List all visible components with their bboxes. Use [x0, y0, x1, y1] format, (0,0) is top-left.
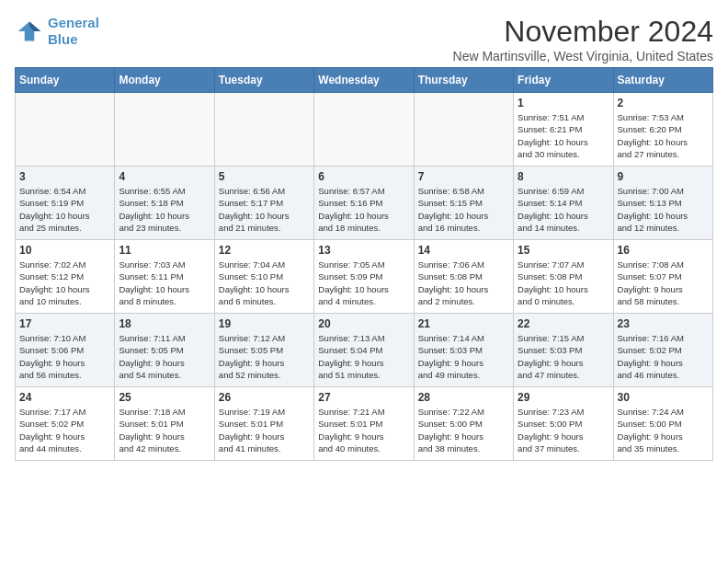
day-info: Sunrise: 7:00 AM Sunset: 5:13 PM Dayligh…: [618, 185, 709, 234]
day-info: Sunrise: 7:24 AM Sunset: 5:00 PM Dayligh…: [618, 406, 709, 454]
header-saturday: Saturday: [613, 68, 712, 93]
day-info: Sunrise: 7:16 AM Sunset: 5:02 PM Dayligh…: [618, 332, 709, 381]
calendar-cell: 26Sunrise: 7:19 AM Sunset: 5:01 PM Dayli…: [214, 387, 313, 461]
day-number: 3: [19, 170, 110, 183]
day-info: Sunrise: 7:14 AM Sunset: 5:03 PM Dayligh…: [418, 332, 509, 381]
day-info: Sunrise: 7:51 AM Sunset: 6:21 PM Dayligh…: [518, 111, 609, 160]
header-thursday: Thursday: [414, 68, 513, 93]
day-number: 25: [119, 391, 210, 404]
calendar-cell: 6Sunrise: 6:57 AM Sunset: 5:16 PM Daylig…: [314, 167, 414, 240]
header-wednesday: Wednesday: [314, 68, 414, 93]
calendar-cell: 18Sunrise: 7:11 AM Sunset: 5:05 PM Dayli…: [115, 314, 214, 387]
day-info: Sunrise: 7:17 AM Sunset: 5:02 PM Dayligh…: [19, 406, 110, 454]
calendar-cell: 10Sunrise: 7:02 AM Sunset: 5:12 PM Dayli…: [16, 240, 115, 314]
calendar-cell: 4Sunrise: 6:55 AM Sunset: 5:18 PM Daylig…: [115, 167, 214, 240]
day-number: 23: [618, 317, 709, 330]
day-number: 12: [219, 244, 310, 257]
calendar-cell: 24Sunrise: 7:17 AM Sunset: 5:02 PM Dayli…: [16, 387, 115, 461]
day-number: 22: [518, 317, 609, 330]
calendar-cell: 7Sunrise: 6:58 AM Sunset: 5:15 PM Daylig…: [414, 167, 513, 240]
day-info: Sunrise: 7:02 AM Sunset: 5:12 PM Dayligh…: [19, 259, 110, 307]
day-number: 24: [19, 391, 110, 404]
header-row: SundayMondayTuesdayWednesdayThursdayFrid…: [16, 68, 713, 93]
calendar-cell: [16, 93, 115, 167]
day-number: 7: [418, 170, 509, 183]
day-info: Sunrise: 7:05 AM Sunset: 5:09 PM Dayligh…: [318, 259, 409, 307]
day-number: 18: [119, 317, 210, 330]
logo-text: General Blue: [48, 15, 99, 48]
calendar-cell: 14Sunrise: 7:06 AM Sunset: 5:08 PM Dayli…: [414, 240, 513, 314]
day-number: 17: [19, 317, 110, 330]
calendar-cell: 12Sunrise: 7:04 AM Sunset: 5:10 PM Dayli…: [214, 240, 313, 314]
week-row-2: 3Sunrise: 6:54 AM Sunset: 5:19 PM Daylig…: [16, 167, 713, 240]
day-number: 1: [518, 97, 609, 109]
logo-icon: [15, 18, 44, 44]
day-number: 2: [618, 97, 709, 109]
calendar-cell: 1Sunrise: 7:51 AM Sunset: 6:21 PM Daylig…: [514, 93, 613, 167]
day-number: 16: [618, 244, 709, 257]
calendar-cell: 3Sunrise: 6:54 AM Sunset: 5:19 PM Daylig…: [16, 167, 115, 240]
calendar-cell: 21Sunrise: 7:14 AM Sunset: 5:03 PM Dayli…: [414, 314, 513, 387]
day-number: 26: [219, 391, 310, 404]
day-info: Sunrise: 7:08 AM Sunset: 5:07 PM Dayligh…: [618, 259, 709, 307]
day-info: Sunrise: 7:19 AM Sunset: 5:01 PM Dayligh…: [219, 406, 310, 454]
day-info: Sunrise: 7:15 AM Sunset: 5:03 PM Dayligh…: [518, 332, 609, 381]
calendar-cell: 5Sunrise: 6:56 AM Sunset: 5:17 PM Daylig…: [214, 167, 313, 240]
day-number: 11: [119, 244, 210, 257]
day-number: 6: [318, 170, 409, 183]
week-row-4: 17Sunrise: 7:10 AM Sunset: 5:06 PM Dayli…: [16, 314, 713, 387]
day-info: Sunrise: 7:03 AM Sunset: 5:11 PM Dayligh…: [119, 259, 210, 307]
calendar-cell: 11Sunrise: 7:03 AM Sunset: 5:11 PM Dayli…: [115, 240, 214, 314]
calendar-cell: 17Sunrise: 7:10 AM Sunset: 5:06 PM Dayli…: [16, 314, 115, 387]
day-number: 9: [618, 170, 709, 183]
calendar-cell: [214, 93, 313, 167]
week-row-1: 1Sunrise: 7:51 AM Sunset: 6:21 PM Daylig…: [16, 93, 713, 167]
calendar-cell: [115, 93, 214, 167]
day-number: 29: [518, 391, 609, 404]
day-number: 13: [318, 244, 409, 257]
day-info: Sunrise: 6:59 AM Sunset: 5:14 PM Dayligh…: [518, 185, 609, 234]
day-number: 8: [518, 170, 609, 183]
calendar-cell: 8Sunrise: 6:59 AM Sunset: 5:14 PM Daylig…: [514, 167, 613, 240]
calendar-cell: 30Sunrise: 7:24 AM Sunset: 5:00 PM Dayli…: [613, 387, 712, 461]
day-info: Sunrise: 6:55 AM Sunset: 5:18 PM Dayligh…: [119, 185, 210, 234]
day-info: Sunrise: 7:11 AM Sunset: 5:05 PM Dayligh…: [119, 332, 210, 381]
calendar-cell: [314, 93, 414, 167]
calendar-cell: 27Sunrise: 7:21 AM Sunset: 5:01 PM Dayli…: [314, 387, 414, 461]
calendar-cell: 20Sunrise: 7:13 AM Sunset: 5:04 PM Dayli…: [314, 314, 414, 387]
day-info: Sunrise: 7:22 AM Sunset: 5:00 PM Dayligh…: [418, 406, 509, 454]
calendar-table: SundayMondayTuesdayWednesdayThursdayFrid…: [15, 67, 713, 461]
day-info: Sunrise: 7:13 AM Sunset: 5:04 PM Dayligh…: [318, 332, 409, 381]
day-info: Sunrise: 6:57 AM Sunset: 5:16 PM Dayligh…: [318, 185, 409, 234]
day-info: Sunrise: 7:06 AM Sunset: 5:08 PM Dayligh…: [418, 259, 509, 307]
week-row-3: 10Sunrise: 7:02 AM Sunset: 5:12 PM Dayli…: [16, 240, 713, 314]
calendar-cell: 13Sunrise: 7:05 AM Sunset: 5:09 PM Dayli…: [314, 240, 414, 314]
header-sunday: Sunday: [16, 68, 115, 93]
logo-line2: Blue: [48, 31, 78, 47]
day-info: Sunrise: 7:23 AM Sunset: 5:00 PM Dayligh…: [518, 406, 609, 454]
calendar-cell: 28Sunrise: 7:22 AM Sunset: 5:00 PM Dayli…: [414, 387, 513, 461]
day-info: Sunrise: 7:07 AM Sunset: 5:08 PM Dayligh…: [518, 259, 609, 307]
calendar-cell: 25Sunrise: 7:18 AM Sunset: 5:01 PM Dayli…: [115, 387, 214, 461]
title-block: November 2024 New Martinsville, West Vir…: [453, 15, 713, 63]
calendar-cell: [414, 93, 513, 167]
calendar-cell: 2Sunrise: 7:53 AM Sunset: 6:20 PM Daylig…: [613, 93, 712, 167]
location-title: New Martinsville, West Virginia, United …: [453, 49, 713, 63]
calendar-cell: 19Sunrise: 7:12 AM Sunset: 5:05 PM Dayli…: [214, 314, 313, 387]
week-row-5: 24Sunrise: 7:17 AM Sunset: 5:02 PM Dayli…: [16, 387, 713, 461]
day-number: 20: [318, 317, 409, 330]
header-friday: Friday: [514, 68, 613, 93]
day-number: 21: [418, 317, 509, 330]
calendar-cell: 15Sunrise: 7:07 AM Sunset: 5:08 PM Dayli…: [514, 240, 613, 314]
day-info: Sunrise: 7:10 AM Sunset: 5:06 PM Dayligh…: [19, 332, 110, 381]
calendar-cell: 29Sunrise: 7:23 AM Sunset: 5:00 PM Dayli…: [514, 387, 613, 461]
day-number: 28: [418, 391, 509, 404]
day-number: 19: [219, 317, 310, 330]
day-number: 27: [318, 391, 409, 404]
day-info: Sunrise: 6:54 AM Sunset: 5:19 PM Dayligh…: [19, 185, 110, 234]
day-info: Sunrise: 6:56 AM Sunset: 5:17 PM Dayligh…: [219, 185, 310, 234]
day-number: 5: [219, 170, 310, 183]
day-number: 4: [119, 170, 210, 183]
day-number: 14: [418, 244, 509, 257]
logo-line1: General: [48, 15, 99, 30]
